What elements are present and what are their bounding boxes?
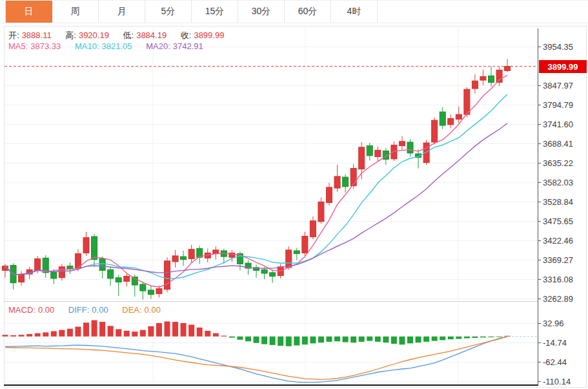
kline-app: 日 周 月 5分 15分 30分 60分 4时 3954.353847.9737… xyxy=(0,0,588,389)
candle[interactable] xyxy=(440,112,445,125)
macd-bar xyxy=(221,335,227,336)
macd-bar xyxy=(367,337,372,341)
macd-bar xyxy=(245,337,251,342)
macd-bar xyxy=(391,337,397,344)
macd-bar xyxy=(124,331,130,337)
candle[interactable] xyxy=(302,236,308,253)
candle[interactable] xyxy=(92,237,97,260)
macd-bar xyxy=(99,322,105,337)
macd-bar xyxy=(496,337,502,337)
candle[interactable] xyxy=(399,142,405,146)
macd-bar xyxy=(132,331,137,337)
candle[interactable] xyxy=(99,258,105,270)
ma10-value: 3821.05 xyxy=(102,41,132,51)
ma20-value: 3742.91 xyxy=(173,41,203,51)
candle[interactable] xyxy=(472,81,478,89)
macd-bar xyxy=(156,323,162,337)
macd-bar xyxy=(213,333,219,337)
y-axis-label: 3316.08 xyxy=(543,275,573,284)
macd-bar xyxy=(383,337,389,342)
dea-label: DEA: xyxy=(122,305,141,315)
candle[interactable] xyxy=(456,114,461,119)
candle[interactable] xyxy=(318,202,324,221)
candle[interactable] xyxy=(148,290,154,295)
ma5-value: 3873.33 xyxy=(30,41,61,51)
candle[interactable] xyxy=(350,169,356,186)
candle[interactable] xyxy=(489,76,494,82)
close-value: 3899.99 xyxy=(194,30,224,40)
y-axis-label: 3635.22 xyxy=(543,158,573,168)
candle[interactable] xyxy=(367,146,372,156)
macd-bar xyxy=(205,331,210,337)
candle[interactable] xyxy=(505,67,511,71)
macd-bar xyxy=(278,337,283,346)
candle[interactable] xyxy=(343,177,349,187)
close-label: 收: xyxy=(181,30,192,40)
candle[interactable] xyxy=(359,147,365,169)
macd-bar xyxy=(261,337,267,344)
candle[interactable] xyxy=(59,267,65,278)
candle[interactable] xyxy=(140,284,146,291)
candle[interactable] xyxy=(261,269,267,273)
candle[interactable] xyxy=(327,187,332,203)
candle[interactable] xyxy=(448,118,454,125)
macd-bar xyxy=(92,321,97,337)
candle[interactable] xyxy=(480,76,486,80)
candle[interactable] xyxy=(188,249,194,259)
macd-bar xyxy=(59,330,65,337)
macd-axis-label: -14.74 xyxy=(543,338,567,348)
high-label: 高: xyxy=(65,30,76,40)
macd-bar xyxy=(464,337,470,339)
macd-bar xyxy=(237,337,243,340)
macd-bar xyxy=(35,333,41,337)
ma5-label: MA5: xyxy=(8,41,28,51)
ma-row: MA5:3873.33 MA10:3821.05 MA20:3742.91 xyxy=(8,41,206,51)
candle[interactable] xyxy=(35,258,41,270)
candle[interactable] xyxy=(496,70,502,82)
macd-bar xyxy=(375,337,381,342)
candle[interactable] xyxy=(124,277,130,282)
macd-bar xyxy=(181,323,187,337)
candle[interactable] xyxy=(51,272,57,279)
candle[interactable] xyxy=(213,250,219,254)
macd-bar xyxy=(229,337,235,338)
ma20-line xyxy=(5,123,507,275)
macd-bar xyxy=(350,337,356,342)
y-axis-label: 3688.41 xyxy=(543,139,573,149)
candle[interactable] xyxy=(286,250,292,268)
macd-bar xyxy=(343,337,349,342)
candle[interactable] xyxy=(181,257,187,260)
candle[interactable] xyxy=(172,256,178,262)
candle[interactable] xyxy=(310,221,316,237)
candle[interactable] xyxy=(108,269,114,279)
macd-bar xyxy=(83,322,89,336)
macd-bar xyxy=(318,337,324,342)
macd-bar xyxy=(359,337,365,342)
macd-bar xyxy=(43,332,48,336)
macd-axis-label: -110.14 xyxy=(543,377,571,386)
candle[interactable] xyxy=(270,273,276,277)
candle[interactable] xyxy=(156,289,162,294)
candle[interactable] xyxy=(83,238,89,253)
candle[interactable] xyxy=(19,274,25,282)
candle[interactable] xyxy=(464,89,470,114)
macd-bar xyxy=(67,329,73,337)
candle[interactable] xyxy=(432,120,438,142)
dea-value: 0.00 xyxy=(145,305,161,315)
macd-axis-label: -62.44 xyxy=(543,357,567,367)
chart-canvas[interactable]: 3954.353847.973794.793741.603688.413635.… xyxy=(0,0,588,389)
last-price-tag: 3899.99 xyxy=(539,60,587,73)
macd-bar xyxy=(505,336,511,337)
candle[interactable] xyxy=(375,150,381,156)
macd-bar xyxy=(310,337,316,344)
macd-bar xyxy=(432,337,438,341)
y-axis-label: 3262.89 xyxy=(543,294,573,304)
candle[interactable] xyxy=(334,176,340,188)
quote-row: 开:3888.11 高:3920.19 低:3884.19 收:3899.99 xyxy=(8,30,227,41)
candle[interactable] xyxy=(294,251,299,254)
macd-bar xyxy=(440,337,445,341)
macd-bar xyxy=(302,337,308,345)
candle[interactable] xyxy=(407,142,413,153)
macd-bar xyxy=(448,337,454,339)
candle[interactable] xyxy=(116,278,121,282)
